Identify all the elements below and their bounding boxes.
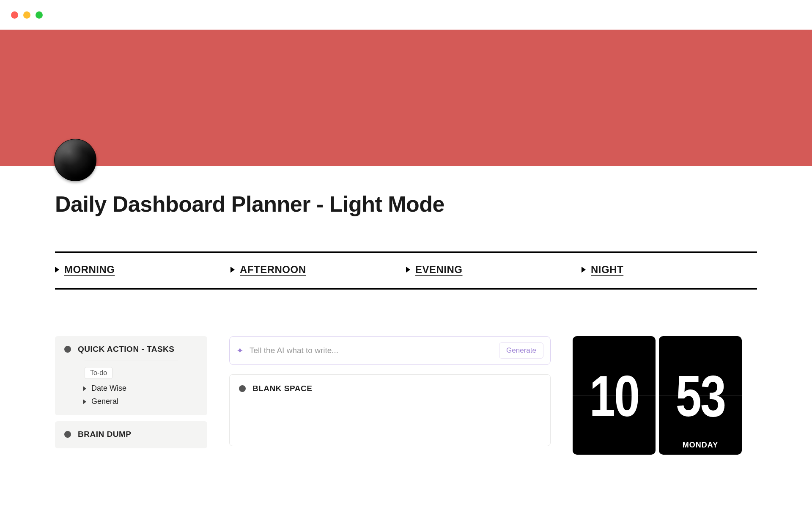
caret-right-icon (582, 267, 586, 273)
page-cover[interactable] (0, 30, 812, 166)
clock-minutes-value: 53 (676, 362, 725, 429)
time-section-label: MORNING (64, 264, 115, 276)
caret-right-icon (83, 386, 86, 391)
caret-right-icon (55, 267, 59, 273)
time-section-evening[interactable]: EVENING (406, 264, 582, 276)
sparkle-icon: ✦ (236, 346, 244, 355)
brain-dump-card: BRAIN DUMP (55, 421, 207, 448)
time-section-morning[interactable]: MORNING (55, 264, 230, 276)
page-title[interactable]: Daily Dashboard Planner - Light Mode (55, 166, 757, 217)
todo-view-tab[interactable]: To-do (85, 367, 112, 379)
time-sections-row: MORNING AFTERNOON EVENING NIGHT (55, 253, 757, 288)
quick-action-card: QUICK ACTION - TASKS To-do Date Wise Gen… (55, 336, 207, 415)
list-item-label: Date Wise (91, 384, 126, 393)
clock-day-label: MONDAY (659, 441, 742, 450)
flip-clock-widget: 10 53 MONDAY (573, 336, 742, 455)
caret-right-icon (83, 399, 86, 404)
window-titlebar (0, 0, 812, 30)
quick-action-title: QUICK ACTION - TASKS (78, 345, 175, 354)
list-item-label: General (91, 397, 118, 406)
blank-space-card[interactable]: BLANK SPACE (229, 374, 551, 446)
close-window-button[interactable] (11, 11, 18, 19)
caret-right-icon (406, 267, 410, 273)
flip-clock-hours: 10 (573, 336, 656, 455)
quick-action-item-date-wise[interactable]: Date Wise (83, 384, 198, 393)
time-section-night[interactable]: NIGHT (582, 264, 757, 276)
clock-hours-value: 10 (590, 362, 639, 429)
ai-prompt-box[interactable]: ✦ Tell the AI what to write... Generate (229, 336, 551, 365)
bullet-icon (239, 385, 246, 392)
card-divider (85, 361, 178, 361)
fullscreen-window-button[interactable] (36, 11, 43, 19)
bullet-icon (64, 346, 71, 353)
quick-action-item-general[interactable]: General (83, 397, 198, 406)
time-section-label: EVENING (415, 264, 463, 276)
caret-right-icon (230, 267, 235, 273)
minimize-window-button[interactable] (23, 11, 30, 19)
flip-clock-minutes: 53 MONDAY (659, 336, 742, 455)
brain-dump-title: BRAIN DUMP (78, 430, 131, 439)
bullet-icon (64, 431, 71, 438)
generate-button[interactable]: Generate (499, 342, 543, 359)
time-section-label: AFTERNOON (240, 264, 306, 276)
ai-prompt-placeholder: Tell the AI what to write... (250, 346, 493, 355)
blank-space-title: BLANK SPACE (252, 384, 312, 393)
page-icon[interactable] (54, 139, 96, 181)
divider (55, 288, 757, 290)
time-section-label: NIGHT (591, 264, 623, 276)
time-section-afternoon[interactable]: AFTERNOON (230, 264, 406, 276)
